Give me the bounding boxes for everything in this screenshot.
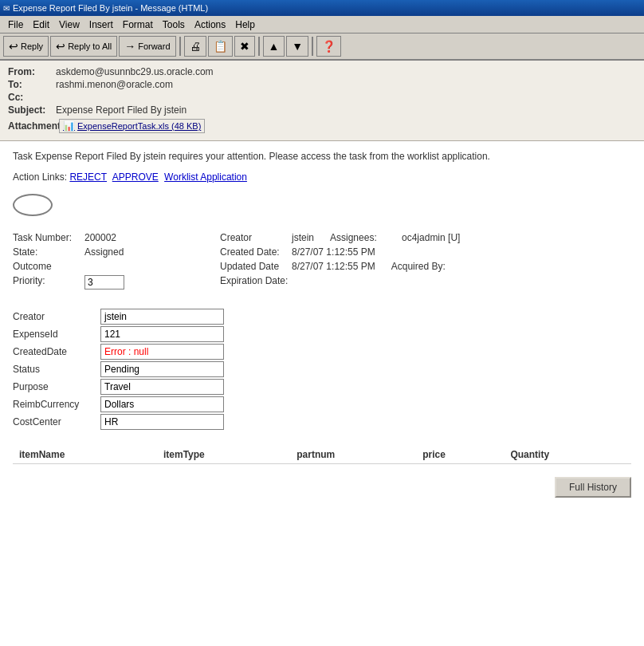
state-row: State: Assigned: [13, 246, 220, 258]
form-input-purpose: Travel: [100, 379, 224, 395]
form-label-creator: Creator: [13, 309, 100, 324]
cc-row: Cc:: [8, 91, 636, 104]
menu-file[interactable]: File: [3, 18, 28, 32]
assignees-label: Assignees:: [330, 232, 402, 243]
subject-label: Subject:: [8, 104, 56, 116]
prev-button[interactable]: ▲: [263, 36, 285, 57]
form-row-creator: Creator jstein: [13, 309, 631, 325]
attachment-file-link[interactable]: 📊 ExpenseReportTask.xls (48 KB): [59, 119, 205, 133]
form-label-costcenter: CostCenter: [13, 415, 100, 429]
menu-help[interactable]: Help: [230, 18, 260, 32]
form-input-status: Pending: [100, 361, 224, 377]
form-row-reimbcurrency: ReimbCurrency Dollars: [13, 396, 631, 412]
attachment-file-icon: 📊: [63, 120, 75, 132]
oracle-logo: [13, 194, 53, 216]
separator-1: [179, 37, 181, 56]
col-itemtype: itemType: [157, 446, 290, 464]
menu-edit[interactable]: Edit: [28, 18, 54, 32]
acquired-by-label: Acquired By:: [391, 261, 463, 272]
assignees-value: oc4jadmin [U]: [402, 232, 460, 243]
to-row: To: rashmi.menon@oracle.com: [8, 78, 636, 91]
form-row-createddate: CreatedDate Error : null: [13, 344, 631, 360]
next-icon: ▼: [292, 40, 303, 53]
cc-label: Cc:: [8, 92, 56, 103]
separator-2: [258, 37, 260, 56]
print-button[interactable]: 🖨: [184, 36, 206, 57]
outcome-row: Outcome: [13, 261, 220, 272]
next-button[interactable]: ▼: [286, 36, 308, 57]
attachments-row: Attachments: 📊 ExpenseReportTask.xls (48…: [8, 116, 636, 136]
table-header-row: itemName itemType partnum price Quantity: [13, 446, 631, 464]
col-itemname: itemName: [13, 446, 157, 464]
task-details-left: Task Number: 200002 State: Assigned Outc…: [13, 232, 220, 293]
form-input-creator: jstein: [100, 309, 224, 325]
copy-button[interactable]: 📋: [208, 36, 233, 57]
menu-tools[interactable]: Tools: [158, 18, 190, 32]
approve-link[interactable]: APPROVE: [112, 171, 159, 183]
form-label-expenseid: ExpenseId: [13, 327, 100, 341]
delete-icon: ✖: [240, 40, 249, 53]
email-header: From: askdemo@usunnbc29.us.oracle.com To…: [0, 61, 644, 141]
from-label: From:: [8, 66, 56, 77]
col-quantity: Quantity: [504, 446, 631, 464]
help-button[interactable]: ❓: [316, 36, 341, 57]
from-row: From: askdemo@usunnbc29.us.oracle.com: [8, 65, 636, 78]
form-row-expenseid: ExpenseId 121: [13, 326, 631, 342]
window-title: Expense Report Filed By jstein - Message…: [13, 3, 208, 13]
task-notice: Task Expense Report Filed By jstein requ…: [13, 151, 631, 162]
menu-view[interactable]: View: [54, 18, 84, 32]
action-links: Action Links: REJECT APPROVE Worklist Ap…: [13, 171, 631, 183]
worklist-link[interactable]: Worklist Application: [164, 171, 247, 183]
forward-icon: →: [124, 40, 135, 53]
priority-label: Priority:: [13, 275, 84, 290]
reply-button[interactable]: ↩ Reply: [3, 36, 49, 57]
updated-date-value: 8/27/07 1:12:55 PM: [292, 261, 375, 272]
form-row-costcenter: CostCenter HR: [13, 414, 631, 430]
menu-format[interactable]: Format: [118, 18, 158, 32]
forward-button[interactable]: → Forward: [119, 36, 175, 57]
creator-info-value: jstein: [292, 232, 314, 243]
reply-all-button[interactable]: ↩ Reply to All: [50, 36, 117, 57]
subject-row: Subject: Expense Report Filed By jstein: [8, 104, 636, 116]
menu-insert[interactable]: Insert: [84, 18, 118, 32]
form-label-status: Status: [13, 362, 100, 376]
priority-input[interactable]: [84, 275, 124, 290]
reply-icon: ↩: [9, 40, 18, 53]
creator-info-row: Creator jstein Assignees: oc4jadmin [U]: [220, 232, 631, 243]
col-partnum: partnum: [290, 446, 416, 464]
data-table: itemName itemType partnum price Quantity: [13, 446, 631, 464]
full-history-button[interactable]: Full History: [555, 477, 631, 498]
to-label: To:: [8, 79, 56, 90]
created-date-value: 8/27/07 1:12:55 PM: [292, 246, 375, 258]
attachment-file-name: ExpenseReportTask.xls (48 KB): [77, 121, 201, 131]
task-details-right: Creator jstein Assignees: oc4jadmin [U] …: [220, 232, 631, 293]
reply-all-icon: ↩: [56, 40, 65, 53]
task-number-value: 200002: [84, 232, 116, 243]
expiration-date-label: Expiration Date:: [220, 275, 292, 286]
outcome-label: Outcome: [13, 261, 84, 272]
form-row-status: Status Pending: [13, 361, 631, 377]
help-icon: ❓: [322, 40, 336, 53]
updated-date-row: Updated Date 8/27/07 1:12:55 PM Acquired…: [220, 261, 631, 272]
form-section: Creator jstein ExpenseId 121 CreatedDate…: [13, 309, 631, 430]
action-links-label: Action Links:: [13, 171, 67, 183]
reject-link[interactable]: REJECT: [69, 171, 107, 183]
full-history-container: Full History: [13, 477, 631, 506]
menu-actions[interactable]: Actions: [190, 18, 230, 32]
print-icon: 🖨: [190, 40, 201, 53]
form-input-costcenter: HR: [100, 414, 224, 430]
form-label-reimbcurrency: ReimbCurrency: [13, 397, 100, 412]
created-date-row: Created Date: 8/27/07 1:12:55 PM: [220, 246, 631, 258]
separator-3: [312, 37, 313, 56]
app-icon: ✉: [3, 4, 10, 13]
email-body: Task Expense Report Filed By jstein requ…: [0, 141, 644, 646]
form-row-purpose: Purpose Travel: [13, 379, 631, 395]
task-number-row: Task Number: 200002: [13, 232, 220, 243]
task-number-label: Task Number:: [13, 232, 84, 243]
task-details: Task Number: 200002 State: Assigned Outc…: [13, 232, 631, 293]
form-input-createddate: Error : null: [100, 344, 224, 360]
col-price: price: [416, 446, 504, 464]
creator-info-label: Creator: [220, 232, 292, 243]
delete-button[interactable]: ✖: [234, 36, 255, 57]
subject-value: Expense Report Filed By jstein: [56, 104, 187, 116]
